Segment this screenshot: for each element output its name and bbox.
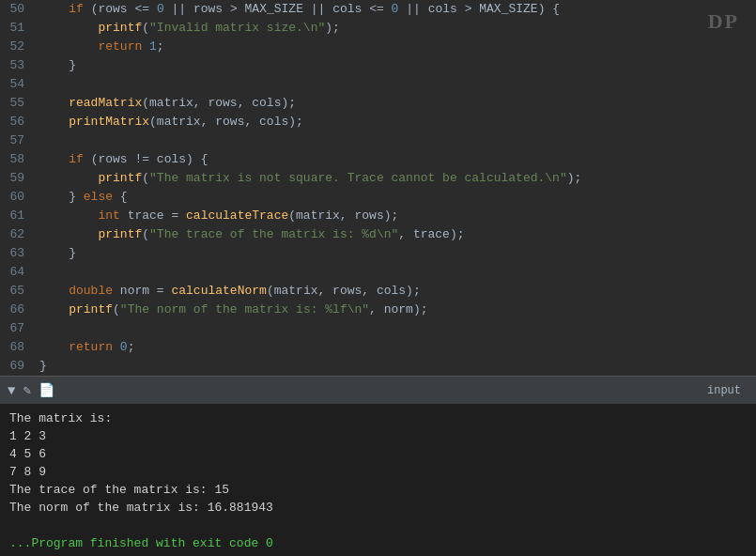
settings-icon[interactable]: 📄 [39,382,54,398]
line-code: if (rows <= 0 || rows > MAX_SIZE || cols… [36,0,756,19]
line-number: 50 [0,0,36,19]
table-row: 60 } else { [0,188,756,207]
line-code: } [36,56,756,75]
console-line: ...Program finished with exit code 0 [9,534,747,552]
chevron-down-icon[interactable]: ▼ [8,383,15,398]
line-number: 56 [0,113,36,131]
line-code: double norm = calculateNorm(matrix, rows… [36,282,756,301]
table-row: 52 return 1; [0,38,756,56]
console-output: The matrix is:1 2 34 5 67 8 9The trace o… [0,404,756,556]
line-code: } else { [36,188,756,207]
line-code: printMatrix(matrix, rows, cols); [36,113,756,131]
line-code: printf("Invalid matrix size.\n"); [36,19,756,38]
table-row: 68 return 0; [0,338,756,357]
line-code [36,319,756,338]
edit-icon[interactable]: ✎ [23,382,30,398]
table-row: 63 } [0,244,756,263]
line-number: 64 [0,263,36,282]
line-code: } [36,244,756,263]
table-row: 55 readMatrix(matrix, rows, cols); [0,94,756,113]
toolbar: ▼ ✎ 📄 input [0,376,756,404]
code-table: 50 if (rows <= 0 || rows > MAX_SIZE || c… [0,0,756,376]
table-row: 67 [0,319,756,338]
console-line: Press ENTER to exit console. [9,552,747,556]
table-row: 64 [0,263,756,282]
console-line: The trace of the matrix is: 15 [9,481,747,499]
line-number: 51 [0,19,36,38]
line-number: 69 [0,357,36,376]
console-line: 4 5 6 [9,445,747,463]
line-code: printf("The norm of the matrix is: %lf\n… [36,301,756,319]
table-row: 59 printf("The matrix is not square. Tra… [0,169,756,188]
table-row: 50 if (rows <= 0 || rows > MAX_SIZE || c… [0,0,756,19]
line-code: return 0; [36,338,756,357]
table-row: 62 printf("The trace of the matrix is: %… [0,225,756,244]
line-code [36,131,756,150]
line-number: 58 [0,150,36,169]
table-row: 56 printMatrix(matrix, rows, cols); [0,113,756,131]
line-code: } [36,357,756,376]
table-row: 53 } [0,56,756,75]
line-code: int trace = calculateTrace(matrix, rows)… [36,207,756,225]
line-number: 55 [0,94,36,113]
line-number: 57 [0,131,36,150]
table-row: 69} [0,357,756,376]
line-number: 65 [0,282,36,301]
table-row: 61 int trace = calculateTrace(matrix, ro… [0,207,756,225]
line-number: 60 [0,188,36,207]
line-number: 53 [0,56,36,75]
table-row: 58 if (rows != cols) { [0,150,756,169]
line-code: readMatrix(matrix, rows, cols); [36,94,756,113]
console-line: The matrix is: [9,409,747,427]
console-line: 7 8 9 [9,463,747,481]
line-number: 62 [0,225,36,244]
line-code [36,75,756,94]
line-number: 67 [0,319,36,338]
table-row: 51 printf("Invalid matrix size.\n"); [0,19,756,38]
code-editor: DP 50 if (rows <= 0 || rows > MAX_SIZE |… [0,0,756,376]
table-row: 54 [0,75,756,94]
console-line [9,517,747,534]
line-number: 59 [0,169,36,188]
console-line: 1 2 3 [9,427,747,445]
line-number: 54 [0,75,36,94]
input-label: input [707,384,748,397]
line-code: printf("The matrix is not square. Trace … [36,169,756,188]
line-code: if (rows != cols) { [36,150,756,169]
line-number: 61 [0,207,36,225]
line-number: 63 [0,244,36,263]
table-row: 65 double norm = calculateNorm(matrix, r… [0,282,756,301]
table-row: 66 printf("The norm of the matrix is: %l… [0,301,756,319]
table-row: 57 [0,131,756,150]
line-code [36,263,756,282]
line-code: printf("The trace of the matrix is: %d\n… [36,225,756,244]
line-number: 52 [0,38,36,56]
line-number: 66 [0,301,36,319]
console-line: The norm of the matrix is: 16.881943 [9,499,747,517]
line-code: return 1; [36,38,756,56]
line-number: 68 [0,338,36,357]
